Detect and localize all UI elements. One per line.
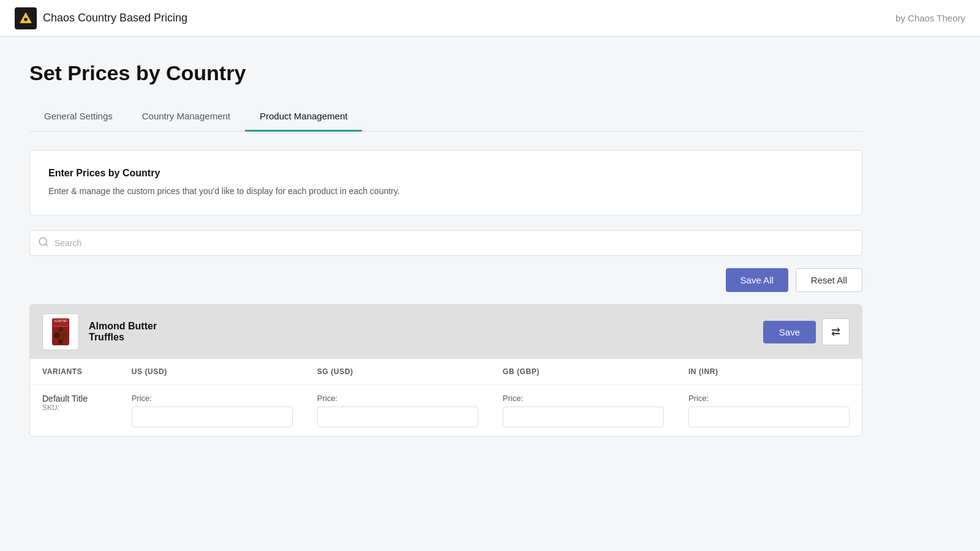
reset-icon: ⇄ [831, 325, 840, 339]
sg-price-label: Price: [317, 394, 478, 403]
action-row: Save All Reset All [29, 268, 862, 292]
product-card: ALMOND Almond ButterTruffles Save ⇄ VARI… [29, 304, 862, 437]
tabs-container: General Settings Country Management Prod… [29, 102, 862, 132]
header-by-label: by Chaos Theory [895, 13, 965, 23]
info-card-title: Enter Prices by Country [48, 168, 843, 179]
reset-all-button[interactable]: Reset All [796, 268, 862, 292]
info-card-description: Enter & manage the custom prices that yo… [48, 185, 843, 198]
product-image: ALMOND [48, 316, 73, 348]
info-card: Enter Prices by Country Enter & manage t… [29, 150, 862, 216]
main-content: Set Prices by Country General Settings C… [0, 37, 892, 461]
tabs-nav: General Settings Country Management Prod… [29, 102, 862, 131]
product-reset-button[interactable]: ⇄ [822, 318, 850, 345]
gb-price-input[interactable] [503, 407, 664, 427]
in-price-cell: Price: [676, 385, 862, 437]
save-all-button[interactable]: Save All [726, 268, 788, 292]
svg-point-7 [54, 332, 60, 339]
chaos-logo-icon [19, 12, 32, 25]
tab-product-management[interactable]: Product Management [245, 102, 362, 132]
col-sg-usd: SG (USD) [305, 359, 491, 385]
svg-line-3 [45, 244, 47, 246]
in-price-input[interactable] [688, 407, 850, 427]
svg-point-8 [61, 332, 67, 339]
us-price-cell: Price: [119, 385, 305, 437]
app-header: Chaos Country Based Pricing by Chaos The… [0, 0, 980, 37]
us-price-label: Price: [132, 394, 293, 403]
svg-point-1 [24, 18, 28, 21]
variants-table: VARIANTS US (USD) SG (USD) GB (GBP) IN (… [30, 359, 862, 436]
svg-point-10 [58, 339, 63, 344]
search-icon [38, 236, 49, 250]
variant-title: Default Title [42, 394, 107, 403]
product-save-button[interactable]: Save [763, 321, 816, 343]
product-header-left: ALMOND Almond ButterTruffles [42, 313, 157, 350]
gb-price-label: Price: [503, 394, 664, 403]
variant-sku: SKU: [42, 403, 107, 412]
product-header-right: Save ⇄ [763, 318, 850, 345]
product-name: Almond ButterTruffles [89, 321, 157, 343]
header-left: Chaos Country Based Pricing [15, 7, 187, 29]
svg-rect-6 [53, 326, 68, 327]
app-title: Chaos Country Based Pricing [43, 12, 187, 24]
search-wrapper [29, 230, 862, 256]
sku-label: SKU: [42, 403, 59, 412]
variant-cell: Default Title SKU: [30, 385, 119, 437]
product-thumbnail: ALMOND [42, 313, 79, 350]
col-gb-gbp: GB (GBP) [491, 359, 676, 385]
app-logo [15, 7, 37, 29]
table-header-row: VARIANTS US (USD) SG (USD) GB (GBP) IN (… [30, 359, 862, 385]
svg-point-9 [58, 327, 63, 332]
svg-text:ALMOND: ALMOND [54, 319, 67, 323]
gb-price-cell: Price: [491, 385, 676, 437]
page-title: Set Prices by Country [29, 61, 862, 85]
tab-general-settings[interactable]: General Settings [29, 102, 127, 132]
sg-price-cell: Price: [305, 385, 491, 437]
sg-price-input[interactable] [317, 407, 478, 427]
table-row: Default Title SKU: Price: Price: [30, 385, 862, 437]
col-in-inr: IN (INR) [676, 359, 862, 385]
in-price-label: Price: [688, 394, 850, 403]
tab-country-management[interactable]: Country Management [127, 102, 245, 132]
col-variants: VARIANTS [30, 359, 119, 385]
us-price-input[interactable] [132, 407, 293, 427]
col-us-usd: US (USD) [119, 359, 305, 385]
product-header: ALMOND Almond ButterTruffles Save ⇄ [30, 305, 862, 359]
search-input[interactable] [29, 230, 862, 256]
